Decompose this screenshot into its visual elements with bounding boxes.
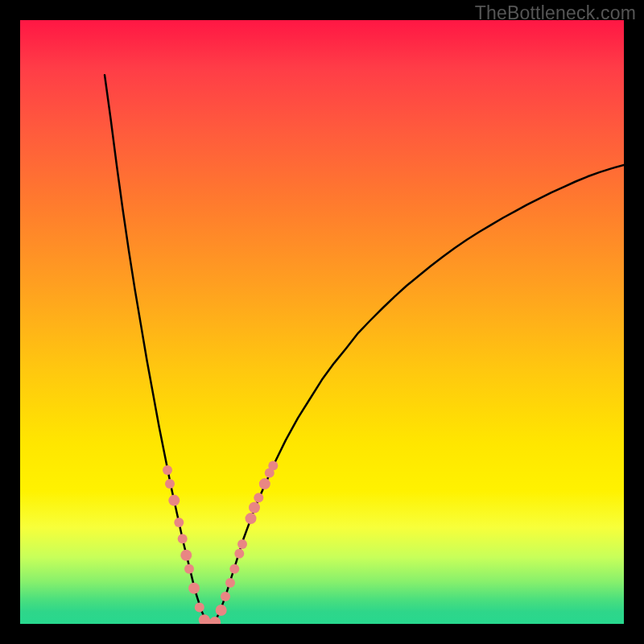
data-marker [249,502,260,514]
data-marker [168,495,180,506]
data-marker [180,550,192,561]
data-marker [246,513,257,524]
data-marker [237,539,247,549]
data-marker [163,465,172,475]
data-marker [165,479,175,489]
data-marker [221,592,230,601]
data-marker [259,478,270,489]
chart-svg [20,20,624,624]
data-marker [254,493,263,502]
data-marker [184,564,194,574]
chart-frame: TheBottleneck.com [0,0,644,644]
data-marker [225,578,235,588]
data-marker [234,549,244,559]
data-marker [178,534,188,543]
data-markers [163,461,278,624]
plot-area [20,20,624,624]
data-marker [268,461,278,471]
data-marker [174,518,184,527]
data-marker [195,603,204,613]
data-marker [229,564,239,574]
data-marker [188,583,200,594]
data-marker [209,617,221,624]
data-marker [216,605,227,616]
